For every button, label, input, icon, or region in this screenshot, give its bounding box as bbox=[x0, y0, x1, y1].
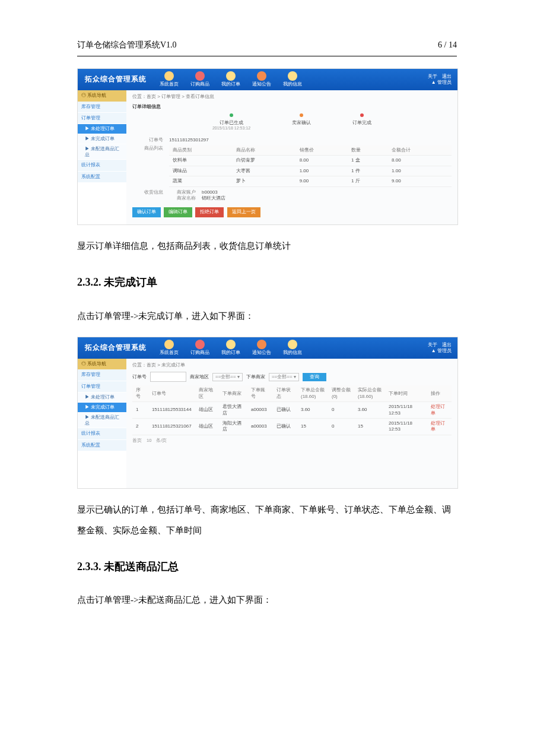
nav-order-goods[interactable]: 订购商品 bbox=[185, 71, 215, 87]
area-select[interactable]: ==全部== ▾ bbox=[212, 373, 243, 381]
nav-my-info[interactable]: 我的信息 bbox=[277, 340, 308, 356]
shop-select[interactable]: ==全部== ▾ bbox=[269, 373, 299, 381]
step-dot-done-icon bbox=[360, 113, 364, 117]
paragraph: 点击订单管理->未配送商品汇总，进入如下界面： bbox=[77, 590, 457, 611]
edit-order-button[interactable]: 编辑订单 bbox=[164, 207, 192, 217]
sidebar-item-stock[interactable]: 库存管理 bbox=[78, 102, 126, 113]
step-dot-created-icon bbox=[230, 113, 233, 117]
app-logo: 拓众综合管理系统 bbox=[78, 343, 154, 353]
sidebar-item-settings[interactable]: 系统配置 bbox=[78, 440, 126, 451]
query-button[interactable]: 查询 bbox=[303, 373, 326, 381]
table-row: 饮料单白切青萝8.001 盒8.00 bbox=[169, 156, 452, 166]
sidebar-item-orders[interactable]: 订单管理 bbox=[78, 113, 126, 124]
heading-232: 2.3.2. 未完成订单 bbox=[77, 270, 457, 295]
paragraph: 显示订单详细信息，包括商品列表，收货信息订单统计 bbox=[77, 236, 457, 257]
orders-table: 序号订单号商家地区下单商家下单账号订单状态 下单总金额 (18.60) 调整金额… bbox=[132, 385, 452, 435]
sidebar-sub-pending[interactable]: ▶ 未处理订单 bbox=[78, 124, 126, 134]
order-progress: 订单已生成2015/11/18 12:53:12 卖家确认 订单完成 bbox=[132, 113, 452, 131]
sidebar: ◎ 系统导航 库存管理 订单管理 ▶ 未处理订单 ▶ 未完成订单 ▶ 未配送商品… bbox=[78, 90, 126, 224]
nav-my-orders[interactable]: 我的订单 bbox=[215, 71, 246, 87]
orders-icon bbox=[226, 71, 236, 81]
table-row: 调味品大枣酱1.001 件1.00 bbox=[169, 166, 452, 176]
nav-notice[interactable]: 通知公告 bbox=[246, 71, 277, 87]
label-area: 商家地区 bbox=[190, 374, 209, 380]
table-row: 2151118125321067雄山区海阳大酒店a00003已确认1501520… bbox=[132, 419, 452, 435]
sidebar-item-orders[interactable]: 订单管理 bbox=[78, 381, 126, 393]
nav-home[interactable]: 系统首页 bbox=[154, 71, 185, 87]
confirm-order-button[interactable]: 确认订单 bbox=[132, 207, 161, 217]
goods-table: 商品类别 商品名称 销售价 数量 金额合计 饮料单白切青萝8.001 盒8.00… bbox=[169, 145, 452, 187]
sidebar-heading: ◎ 系统导航 bbox=[78, 359, 126, 369]
label-shop: 下单商家 bbox=[246, 374, 265, 380]
nav-my-orders[interactable]: 我的订单 bbox=[215, 340, 246, 356]
value-orderno: 151118125301297 bbox=[169, 137, 209, 143]
home-icon bbox=[164, 71, 174, 81]
label-orderno: 订单号 bbox=[132, 137, 163, 143]
link-about-logout[interactable]: 关于 退出 bbox=[428, 74, 452, 80]
orderno-input[interactable] bbox=[150, 372, 186, 382]
nav-my-info[interactable]: 我的信息 bbox=[277, 71, 308, 87]
table-header: 序号订单号商家地区下单商家下单账号订单状态 下单总金额 (18.60) 调整金额… bbox=[132, 385, 452, 401]
reject-order-button[interactable]: 拒绝订单 bbox=[195, 207, 224, 217]
nav-order-goods[interactable]: 订购商品 bbox=[185, 340, 215, 356]
label-goods: 商品列表 bbox=[132, 145, 163, 187]
sidebar-item-reports[interactable]: 统计报表 bbox=[78, 428, 126, 439]
action-row: 确认订单 编辑订单 拒绝订单 返回上一页 bbox=[132, 207, 452, 217]
current-user[interactable]: ▲ 管理员 bbox=[428, 348, 452, 354]
paragraph: 显示已确认的订单，包括订单号、商家地区、下单商家、下单账号、订单状态、下单总金额… bbox=[77, 499, 457, 540]
sidebar-sub-undelivered[interactable]: ▶ 未配送商品汇总 bbox=[78, 413, 126, 429]
label-receive: 收货信息 bbox=[132, 189, 163, 202]
link-about-logout[interactable]: 关于 退出 bbox=[428, 342, 452, 348]
sidebar-sub-unfinished[interactable]: ▶ 未完成订单 bbox=[78, 403, 126, 413]
current-user[interactable]: ▲ 管理员 bbox=[428, 80, 452, 86]
doc-title: 订单仓储综合管理系统V1.0 bbox=[77, 36, 177, 55]
sidebar-sub-undelivered[interactable]: ▶ 未配送商品汇总 bbox=[78, 144, 126, 160]
orders-icon bbox=[226, 340, 236, 349]
doc-page: 6 / 14 bbox=[438, 36, 457, 55]
paragraph: 点击订单管理->未完成订单，进入如下界面： bbox=[77, 306, 457, 327]
sidebar-item-stock[interactable]: 库存管理 bbox=[78, 369, 126, 381]
table-header: 商品类别 商品名称 销售价 数量 金额合计 bbox=[169, 145, 452, 156]
value-shop-account: b00003 bbox=[202, 189, 218, 195]
user-icon bbox=[288, 71, 297, 81]
panel-title: 订单详细信息 bbox=[132, 104, 452, 110]
label-orderno: 订单号 bbox=[132, 374, 147, 380]
step-dot-confirm-icon bbox=[300, 113, 303, 117]
handle-order-link[interactable]: 处理订单 bbox=[431, 420, 445, 432]
screenshot-order-detail: 拓众综合管理系统 系统首页 订购商品 我的订单 通知公告 我的信息 关于 退出 … bbox=[77, 68, 458, 225]
nav-home[interactable]: 系统首页 bbox=[154, 340, 185, 356]
nav-notice[interactable]: 通知公告 bbox=[246, 340, 277, 356]
sidebar: ◎ 系统导航 库存管理 订单管理 ▶ 未处理订单 ▶ 未完成订单 ▶ 未配送商品… bbox=[78, 359, 126, 488]
table-row: 蔬菜萝卜9.001 斤9.00 bbox=[169, 176, 452, 186]
megaphone-icon bbox=[257, 71, 266, 81]
cart-icon bbox=[195, 340, 205, 349]
heading-233: 2.3.3. 未配送商品汇总 bbox=[77, 555, 457, 579]
sidebar-sub-unfinished[interactable]: ▶ 未完成订单 bbox=[78, 134, 126, 144]
table-row: 1151118125533144雄山区君悦大酒店a00003已确认3.6003.… bbox=[132, 402, 452, 419]
topbar: 拓众综合管理系统 系统首页 订购商品 我的订单 通知公告 我的信息 关于 退出 … bbox=[78, 337, 457, 359]
value-shop-name: 锦旺大酒店 bbox=[202, 195, 225, 201]
back-button[interactable]: 返回上一页 bbox=[227, 207, 260, 217]
user-icon bbox=[288, 340, 297, 349]
screenshot-unfinished-orders: 拓众综合管理系统 系统首页 订购商品 我的订单 通知公告 我的信息 关于 退出 … bbox=[77, 337, 458, 489]
topbar: 拓众综合管理系统 系统首页 订购商品 我的订单 通知公告 我的信息 关于 退出 … bbox=[78, 69, 457, 90]
sidebar-heading: ◎ 系统导航 bbox=[78, 90, 126, 101]
app-logo: 拓众综合管理系统 bbox=[78, 75, 154, 84]
user-area: 关于 退出 ▲ 管理员 bbox=[422, 74, 457, 86]
cart-icon bbox=[195, 71, 205, 81]
pager[interactable]: 首页 10 条/页 bbox=[132, 438, 452, 444]
home-icon bbox=[164, 340, 174, 349]
sidebar-item-reports[interactable]: 统计报表 bbox=[78, 160, 126, 171]
handle-order-link[interactable]: 处理订单 bbox=[431, 404, 445, 415]
sidebar-sub-pending[interactable]: ▶ 未处理订单 bbox=[78, 393, 126, 403]
filter-bar: 订单号 商家地区 ==全部== ▾ 下单商家 ==全部== ▾ 查询 bbox=[132, 372, 452, 382]
breadcrumb: 位置：首页 > 订单管理 > 查看订单信息 bbox=[132, 94, 452, 100]
megaphone-icon bbox=[257, 340, 266, 349]
breadcrumb: 位置：首页 > 未完成订单 bbox=[132, 362, 452, 368]
user-area: 关于 退出 ▲ 管理员 bbox=[422, 342, 457, 355]
sidebar-item-settings[interactable]: 系统配置 bbox=[78, 172, 126, 183]
